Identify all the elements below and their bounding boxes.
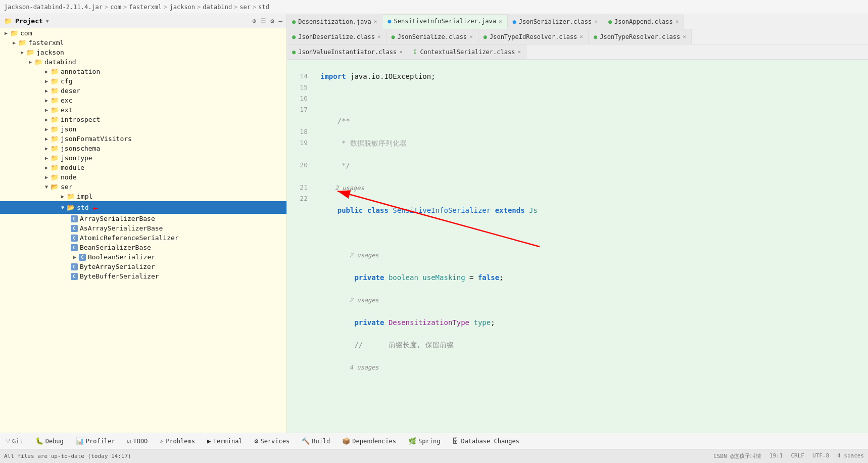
tree-collapse-icon[interactable]: ☰: [260, 17, 266, 25]
close-icon[interactable]: —: [278, 17, 282, 25]
tab-json-type-id-resolver-class[interactable]: ● JsonTypeIdResolver.class ×: [478, 29, 589, 44]
code-content[interactable]: import java.io.IOException; /** * 数据脱敏序列…: [312, 60, 868, 433]
list-item-byte-buffer-serializer[interactable]: C ByteBufferSerializer: [0, 271, 286, 281]
tab-json-type-resolver-class[interactable]: ● JsonTypeResolver.class ×: [589, 29, 692, 44]
dependencies-button[interactable]: 📦 Dependencies: [340, 436, 398, 446]
debug-button[interactable]: 🐛 Debug: [33, 436, 66, 446]
tree-node-json[interactable]: ▶ 📁 json: [0, 124, 286, 134]
breadcrumb-item[interactable]: jackson: [170, 4, 196, 11]
breadcrumb-item[interactable]: fasterxml: [129, 4, 162, 11]
git-label: Git: [12, 438, 23, 445]
folder-icon: 📁: [51, 116, 59, 123]
code-line: // 前缀长度, 保留前缀: [320, 339, 860, 350]
interface-icon: I: [413, 49, 417, 55]
problems-button[interactable]: ⚠ Problems: [158, 436, 197, 446]
folder-icon: 📂: [67, 204, 75, 211]
breadcrumb-item[interactable]: com: [110, 4, 121, 11]
breadcrumb: jackson-databind-2.11.4.jar > com > fast…: [0, 0, 868, 14]
project-sidebar: 📁 Project ▼ ⊕ ☰ ⚙ — ▶ 📁 com ▶ 📁: [0, 14, 287, 433]
services-button[interactable]: ⚙ Services: [253, 436, 292, 446]
tree-node-module[interactable]: ▶ 📁 module: [0, 163, 286, 172]
tree-node-node[interactable]: ▶ 📁 node: [0, 172, 286, 182]
line-numbers: 14 15 16 17 18 19 20 21 22: [287, 60, 312, 433]
tab-close-button[interactable]: ×: [399, 49, 403, 55]
tree-node-annotation[interactable]: ▶ 📁 annotation: [0, 67, 286, 76]
line-ending: CRLF: [791, 452, 804, 460]
todo-icon: ☑: [127, 437, 131, 445]
list-item-boolean-serializer[interactable]: ▶ C BooleanSerializer: [0, 252, 286, 262]
tree-node-cfg[interactable]: ▶ 📁 cfg: [0, 76, 286, 86]
tree-node-fasterxml[interactable]: ▶ 📁 fasterxml: [0, 38, 286, 48]
tab-close-button[interactable]: ×: [499, 18, 502, 25]
breadcrumb-item[interactable]: ser: [239, 4, 251, 11]
tab-json-serialize-class[interactable]: ● JsonSerialize.class ×: [387, 29, 478, 44]
file-icon: ●: [608, 18, 612, 25]
spring-icon: 🌿: [408, 437, 416, 445]
locate-icon[interactable]: ⊕: [253, 17, 257, 25]
tab-close-button[interactable]: ×: [580, 33, 583, 40]
tree-node-databind[interactable]: ▶ 📁 databind: [0, 57, 286, 67]
breadcrumb-item[interactable]: jackson-databind-2.11.4.jar: [4, 4, 103, 11]
tab-desensitization[interactable]: ● Desensitization.java ×: [287, 14, 382, 29]
database-icon: 🗄: [452, 437, 459, 445]
code-usages-line: 2 usages: [320, 249, 860, 261]
code-usages-line: 4 usages: [320, 361, 860, 373]
profiler-icon: 📊: [76, 437, 84, 445]
tab-bar-3: ● JsonValueInstantiator.class × I Contex…: [287, 44, 868, 60]
tab-json-deserialize-class[interactable]: ● JsonDeserialize.class ×: [287, 29, 387, 44]
settings-icon[interactable]: ⚙: [270, 17, 274, 25]
file-icon: ●: [292, 33, 296, 40]
list-item-array-serializer-base[interactable]: C ArraySerializerBase: [0, 214, 286, 223]
tree-node-introspect[interactable]: ▶ 📁 introspect: [0, 115, 286, 124]
tree-node-com[interactable]: ▶ 📁 com: [0, 28, 286, 38]
database-changes-button[interactable]: 🗄 Database Changes: [450, 436, 521, 446]
code-usages-line: 2 usages: [320, 294, 860, 306]
tab-json-value-instantiator-class[interactable]: ● JsonValueInstantiator.class ×: [287, 44, 408, 60]
tab-close-button[interactable]: ×: [683, 33, 686, 40]
tree-node-jsonschema[interactable]: ▶ 📁 jsonschema: [0, 144, 286, 153]
tab-close-button[interactable]: ×: [676, 18, 679, 25]
tree-node-ser[interactable]: ▼ 📂 ser: [0, 182, 286, 192]
tab-close-button[interactable]: ×: [377, 33, 381, 40]
tree-node-jsonformatvisitors[interactable]: ▶ 📁 jsonFormatVisitors: [0, 134, 286, 144]
cursor-position: 19:1: [769, 452, 783, 460]
spring-button[interactable]: 🌿 Spring: [406, 436, 442, 446]
problems-label: Problems: [166, 438, 195, 445]
tree-node-exc[interactable]: ▶ 📁 exc: [0, 96, 286, 105]
tab-json-serializer-class[interactable]: ● JsonSerializer.class ×: [508, 14, 603, 29]
build-button[interactable]: 🔨 Build: [300, 436, 332, 446]
tree-node-jsontype[interactable]: ▶ 📁 jsontype: [0, 153, 286, 163]
git-button[interactable]: ⑂ Git: [4, 436, 25, 446]
folder-icon: 📁: [34, 58, 42, 66]
tab-sensitive-info-serializer[interactable]: ● SensitiveInfoSerializer.java ×: [382, 14, 507, 29]
todo-button[interactable]: ☑ TODO: [125, 436, 150, 446]
tab-close-button[interactable]: ×: [374, 18, 377, 25]
folder-icon: 📁: [26, 49, 34, 56]
tab-close-button[interactable]: ×: [594, 18, 598, 25]
list-item-as-array-serializer-base[interactable]: C AsArraySerializerBase: [0, 223, 286, 233]
tab-close-button[interactable]: ×: [469, 33, 473, 40]
terminal-label: Terminal: [213, 438, 243, 445]
tree-node-impl[interactable]: ▶ 📁 impl: [0, 192, 286, 201]
folder-icon: 📁: [51, 97, 59, 104]
terminal-button[interactable]: ▶ Terminal: [205, 436, 245, 446]
list-item-bean-serializer-base[interactable]: C BeanSerializerBase: [0, 243, 286, 252]
profiler-button[interactable]: 📊 Profiler: [74, 436, 117, 446]
list-item-atomic-reference-serializer[interactable]: C AtomicReferenceSerializer: [0, 233, 286, 243]
tree-node-deser[interactable]: ▶ 📁 deser: [0, 86, 286, 96]
breadcrumb-item[interactable]: databind: [203, 4, 232, 11]
tab-contextual-serializer-class[interactable]: I ContextualSerializer.class ×: [408, 44, 526, 60]
code-line: private DesensitizationType type;: [320, 317, 860, 328]
tab-json-append-class[interactable]: ● JsonAppend.class ×: [603, 14, 684, 29]
folder-icon: 📁: [51, 145, 59, 152]
file-icon: ●: [484, 33, 487, 40]
code-editor[interactable]: 14 15 16 17 18 19 20 21 22 import java.i…: [287, 60, 868, 433]
breadcrumb-item[interactable]: std: [258, 4, 269, 11]
tree-node-ext[interactable]: ▶ 📁 ext: [0, 105, 286, 115]
folder-icon: 📁: [18, 39, 26, 47]
code-usages-line: 2 usages: [320, 182, 860, 194]
list-item-byte-array-serializer[interactable]: C ByteArraySerializer: [0, 262, 286, 271]
tree-node-std[interactable]: ▼ 📂 std ←: [0, 201, 286, 214]
tree-node-jackson[interactable]: ▶ 📁 jackson: [0, 48, 286, 57]
tab-close-button[interactable]: ×: [517, 49, 521, 55]
